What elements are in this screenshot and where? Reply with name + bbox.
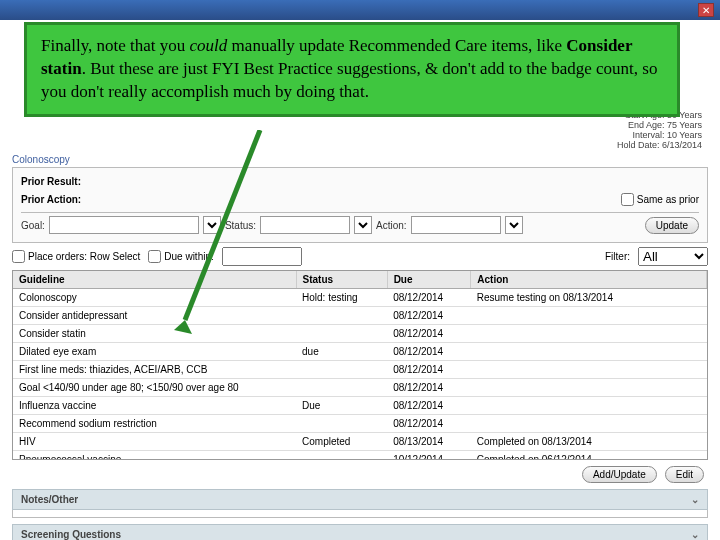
action-input[interactable] — [411, 216, 501, 234]
due-within-checkbox[interactable] — [148, 250, 161, 263]
filter-select[interactable]: All — [638, 247, 708, 266]
chevron-down-icon: ⌄ — [691, 494, 699, 505]
col-header[interactable]: Guideline — [13, 271, 296, 289]
col-header[interactable]: Due — [387, 271, 471, 289]
subsection-title: Colonoscopy — [12, 154, 708, 165]
filter-row: Place orders: Row Select Due within: Fil… — [12, 247, 708, 266]
table-row[interactable]: Pneumococcal vaccine10/12/2014Completed … — [13, 451, 707, 461]
guidelines-table: GuidelineStatusDueAction ColonoscopyHold… — [13, 271, 707, 460]
chevron-down-icon: ⌄ — [691, 529, 699, 540]
same-as-prior-checkbox[interactable] — [621, 193, 634, 206]
prior-action-label: Prior Action: — [21, 194, 93, 205]
table-row[interactable]: HIVCompleted08/13/2014Completed on 08/13… — [13, 433, 707, 451]
table-row[interactable]: Goal <140/90 under age 80; <150/90 over … — [13, 379, 707, 397]
notes-section-header[interactable]: Notes/Other ⌄ — [12, 489, 708, 510]
status-label: Status: — [225, 220, 256, 231]
prior-form: Prior Result: Prior Action: Same as prio… — [12, 167, 708, 243]
screening-section-header[interactable]: Screening Questions ⌄ — [12, 524, 708, 540]
col-header[interactable]: Status — [296, 271, 387, 289]
col-header[interactable]: Action — [471, 271, 707, 289]
tutorial-callout: Finally, note that you could manually up… — [24, 22, 680, 117]
due-within-input[interactable] — [222, 247, 302, 266]
action-select[interactable] — [505, 216, 523, 234]
table-row[interactable]: Consider antidepressant08/12/2014 — [13, 307, 707, 325]
goal-input[interactable] — [49, 216, 199, 234]
goal-label: Goal: — [21, 220, 45, 231]
table-row[interactable]: Dilated eye examdue08/12/2014 — [13, 343, 707, 361]
guidelines-table-wrap[interactable]: GuidelineStatusDueAction ColonoscopyHold… — [12, 270, 708, 460]
action-label: Action: — [376, 220, 407, 231]
edit-button[interactable]: Edit — [665, 466, 704, 483]
status-select[interactable] — [354, 216, 372, 234]
prior-result-label: Prior Result: — [21, 176, 93, 187]
place-orders-checkbox[interactable] — [12, 250, 25, 263]
table-row[interactable]: ColonoscopyHold: testing08/12/2014Resume… — [13, 289, 707, 307]
table-row[interactable]: Influenza vaccineDue08/12/2014 — [13, 397, 707, 415]
filter-label: Filter: — [605, 251, 630, 262]
close-icon[interactable]: ✕ — [698, 3, 714, 17]
status-input[interactable] — [260, 216, 350, 234]
window-titlebar: ✕ — [0, 0, 720, 20]
update-button[interactable]: Update — [645, 217, 699, 234]
table-row[interactable]: Recommend sodium restriction08/12/2014 — [13, 415, 707, 433]
table-row[interactable]: Consider statin08/12/2014 — [13, 325, 707, 343]
table-row[interactable]: First line meds: thiazides, ACEI/ARB, CC… — [13, 361, 707, 379]
add-update-button[interactable]: Add/Update — [582, 466, 657, 483]
goal-select[interactable] — [203, 216, 221, 234]
